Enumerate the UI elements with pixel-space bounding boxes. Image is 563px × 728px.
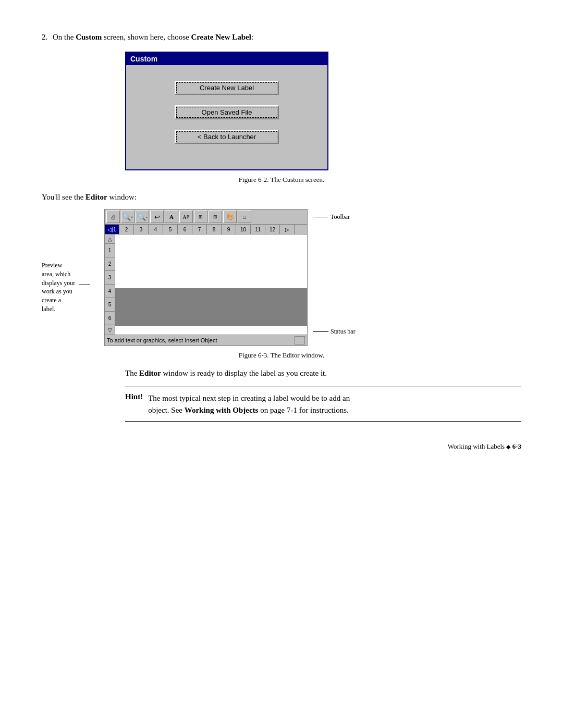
toolbar-annotation: Toolbar [313,209,356,225]
toolbar-annotation-line [313,217,328,217]
row-down-arrow[interactable]: ▽ [105,325,115,335]
ruler-cell-5: 5 [163,225,178,234]
ruler-cell-3: 3 [134,225,149,234]
back-to-launcher-button[interactable]: < Back to Launcher [175,130,279,144]
custom-window-screenshot: Custom Create New Label Open Saved File … [125,52,328,170]
page-footer: Working with Labels ◆ 6-3 [42,442,521,451]
create-new-label-bold: Create New Label [191,33,251,41]
extra-tool-icon[interactable]: □ [238,211,251,223]
footer-text: Working with Labels [448,442,505,450]
step-middle: screen, shown here, choose [102,33,191,41]
figure3-caption: Figure 6-3. The Editor window. [42,351,521,360]
body-text-after: window is ready to display the label as … [161,369,327,377]
canvas-white [115,235,307,289]
statusbar-annotation: Status bar [313,328,356,336]
footer-diamond: ◆ [506,443,510,450]
status-text: To add text or graphics, select Insert O… [107,337,291,343]
editor-canvas [115,235,307,335]
custom-bold: Custom [76,33,102,41]
body-paragraph: The Editor window is ready to display th… [125,367,521,379]
right-annotations: Toolbar Status bar [308,209,356,346]
hint-text2: object. See [148,406,185,414]
editor-intro: You'll see the Editor window: [42,191,521,203]
zoom-in-icon[interactable]: 🔍+ [121,211,134,223]
status-box [295,336,305,344]
ruler-cell-6: 6 [178,225,192,234]
ruler-cell-4: 4 [149,225,163,234]
ruler-row: ◁|1 2 3 4 5 6 7 8 9 10 11 12 ▷ [105,225,307,235]
ruler-cell-11: 11 [251,225,265,234]
row-up-arrow[interactable]: △ [105,235,115,244]
ruler-cell-right: ▷ [280,225,295,234]
color-icon[interactable]: 🎨 [223,211,237,223]
undo-icon[interactable]: ↩ [150,211,164,223]
grid1-icon[interactable]: ⊞ [194,211,207,223]
row-ruler: △ 1 2 3 4 5 6 ▽ [105,235,115,335]
footer-page: 6-3 [512,442,521,450]
step-number: 2. [42,33,47,41]
create-new-label-button[interactable]: Create New Label [175,81,279,95]
editor-window: 🖨 🔍+ 🔍- ↩ A AB ⊞ ⊞ 🎨 □ ◁|1 2 3 4 [104,209,308,346]
ruler-cell-12: 12 [265,225,280,234]
ruler-cell-7: 7 [192,225,207,234]
step-colon: : [251,33,253,41]
hint-text: The most typical next step in creating a… [148,392,350,416]
editor-bold: Editor [85,193,107,201]
ruler-cell-9: 9 [222,225,236,234]
ruler-cell-10: 10 [236,225,251,234]
editor-toolbar: 🖨 🔍+ 🔍- ↩ A AB ⊞ ⊞ 🎨 □ [105,209,307,225]
row-num-2: 2 [105,257,115,271]
ruler-cell-2: 2 [119,225,134,234]
hint-label: Hint! [125,392,143,416]
open-saved-file-button[interactable]: Open Saved File [175,105,279,119]
editor-main: △ 1 2 3 4 5 6 ▽ [105,235,307,335]
step-intro: On the [53,33,76,41]
subscript-icon[interactable]: AB [179,211,193,223]
zoom-out-icon[interactable]: 🔍- [136,211,149,223]
canvas-gray [115,289,307,326]
hint-text3: on page 7-1 for instructions. [258,406,348,414]
hint-section: Hint! The most typical next step in crea… [125,387,521,422]
editor-bold2: Editor [139,369,161,377]
figure2-caption: Figure 6-2. The Custom screen. [42,176,521,184]
hint-text1: The most typical next step in creating a… [148,394,350,402]
working-with-objects-bold: Working with Objects [185,406,259,414]
ruler-cell-8: 8 [207,225,222,234]
preview-label: Previewarea, whichdisplays your work as … [42,209,104,346]
custom-titlebar: Custom [126,53,327,65]
row-num-3: 3 [105,271,115,285]
grid2-icon[interactable]: ⊞ [209,211,222,223]
step-text: 2. On the Custom screen, shown here, cho… [42,31,521,43]
row-num-4: 4 [105,285,115,298]
editor-intro-after: window: [107,193,137,201]
row-num-1: 1 [105,244,115,257]
statusbar-annotation-line [313,331,328,332]
custom-body: Create New Label Open Saved File < Back … [126,65,327,169]
statusbar-label: Status bar [331,328,356,336]
print-icon[interactable]: 🖨 [106,211,120,223]
editor-intro-before: You'll see the [42,193,85,201]
row-num-6: 6 [105,312,115,325]
toolbar-label: Toolbar [331,213,350,221]
text-tool-icon[interactable]: A [165,211,178,223]
body-text-before: The [125,369,139,377]
row-num-5: 5 [105,298,115,312]
ruler-cell-1: ◁|1 [105,225,119,234]
editor-statusbar: To add text or graphics, select Insert O… [105,335,307,346]
